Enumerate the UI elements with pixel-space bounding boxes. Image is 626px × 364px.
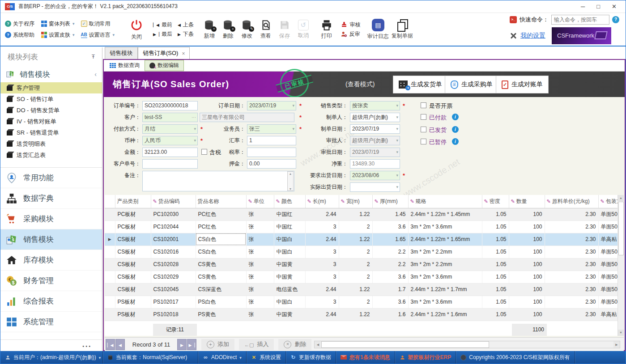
cancel-button[interactable]: ↺ 取消 bbox=[294, 19, 313, 40]
col-item-code[interactable]: ✎货品编码 bbox=[151, 195, 196, 208]
close-tab-icon[interactable] bbox=[182, 50, 185, 57]
menu-language[interactable]: AB设置语言 bbox=[81, 31, 115, 39]
nav-next-button[interactable]: 下条 bbox=[178, 30, 194, 38]
erp-edition-status[interactable]: 塑胶板材行业ERP bbox=[395, 351, 456, 364]
module-sales[interactable]: $ 销售模块 bbox=[0, 229, 102, 250]
insert-row-button[interactable]: 插入 bbox=[239, 339, 274, 350]
currency-field[interactable]: 人民币 bbox=[142, 136, 198, 145]
audit-log-button[interactable]: ▤ 审计日志 bbox=[366, 18, 390, 41]
delete-button[interactable]: × 删除 bbox=[219, 18, 238, 41]
generate-statement-button[interactable]: ✓生成对账单 bbox=[496, 76, 549, 93]
menu-window-list[interactable]: 窗体列表 bbox=[41, 20, 75, 28]
audit-button[interactable]: 审核 bbox=[341, 21, 361, 29]
refresh-cache-status[interactable]: 更新缓存数据 bbox=[286, 351, 336, 364]
col-quantity[interactable]: ✎数量 bbox=[509, 195, 545, 208]
table-row[interactable]: CS板材CS102029CS黄色张中国黄323.63m * 2m * 3.6mm… bbox=[105, 271, 621, 283]
order-date-field[interactable]: 2023/07/19 bbox=[247, 101, 296, 110]
nav-prev-record-button[interactable] bbox=[115, 339, 125, 350]
tab-sales-module[interactable]: 销售模块 bbox=[105, 47, 138, 59]
sidebar-group-sales[interactable]: $ 销售模块 ‹ bbox=[0, 66, 102, 82]
table-row[interactable]: PC板材PC102044PC红色张中国红323.63m * 2m * 3.6mm… bbox=[105, 220, 621, 233]
scroll-left-icon[interactable]: ◀ bbox=[315, 341, 321, 348]
menu-about[interactable]: ?关于程序 bbox=[5, 20, 34, 28]
sidebar-item-statement[interactable]: IV - 销售对账单 bbox=[0, 116, 102, 127]
col-unit[interactable]: ✎单位 bbox=[246, 195, 274, 208]
remark-spinner[interactable]: ▲▼ bbox=[287, 171, 294, 191]
invoice-checkbox[interactable] bbox=[421, 102, 426, 108]
nav-next-record-button[interactable] bbox=[177, 339, 187, 350]
quick-command-input[interactable] bbox=[551, 15, 609, 25]
view-button[interactable]: 查看 bbox=[256, 18, 275, 41]
sale-type-field[interactable]: 按张卖 bbox=[350, 101, 400, 110]
menu-help[interactable]: ?系统帮助 bbox=[5, 31, 34, 39]
scrollbar-thumb[interactable] bbox=[618, 202, 624, 255]
net-weight-field[interactable]: 13489.30 bbox=[350, 159, 400, 169]
pin-icon[interactable]: Ŧ bbox=[92, 54, 95, 60]
sidebar-item-sales-order[interactable]: SO - 销售订单 bbox=[0, 93, 102, 105]
print-button[interactable]: 打印 bbox=[317, 18, 336, 41]
paused-checkbox[interactable] bbox=[421, 139, 426, 144]
system-settings-status[interactable]: 系统设置 bbox=[247, 351, 285, 364]
tab-data-edit[interactable]: 数据编辑 bbox=[145, 60, 184, 71]
maker-field[interactable]: 超级用户(勿删) bbox=[350, 113, 400, 122]
module-common-functions[interactable]: 常用功能 bbox=[0, 168, 102, 188]
col-item-name[interactable]: 货品名称 bbox=[196, 195, 246, 208]
nav-last-record-button[interactable] bbox=[187, 339, 196, 350]
current-user-status[interactable]: 当前用户：(admin-超级用户(勿删)) bbox=[0, 351, 102, 364]
tab-sales-order[interactable]: 销售订单(SO) bbox=[138, 47, 190, 59]
sidebar-item-delivery-order[interactable]: DO - 销售发货单 bbox=[0, 105, 102, 116]
col-density[interactable]: ✎密度 bbox=[482, 195, 509, 208]
quick-command-help-icon[interactable]: ? bbox=[612, 16, 619, 23]
table-row[interactable]: CS板材CS102045CS深蓝色张电信蓝色2.441.221.72.44m *… bbox=[105, 283, 621, 296]
req-ship-field[interactable]: 2023/08/06 bbox=[350, 171, 400, 180]
module-system[interactable]: 系统管理 bbox=[0, 312, 102, 332]
table-row[interactable]: PS板材PS102018PS黄色张中国黄2.441.221.62.44m * 1… bbox=[105, 308, 621, 321]
col-thickness[interactable]: ✎厚(mm) bbox=[372, 195, 408, 208]
module-reports[interactable]: 综合报表 bbox=[0, 291, 102, 312]
paid-info-icon[interactable]: i bbox=[452, 114, 459, 120]
ado-direct-status[interactable]: ADODirect bbox=[198, 351, 246, 364]
delete-row-button[interactable]: 删除 bbox=[278, 339, 311, 350]
copy-document-button[interactable]: 复制单据 bbox=[390, 18, 414, 41]
scroll-down-icon[interactable]: ▼ bbox=[618, 330, 624, 336]
customer-code-field[interactable]: test-SS bbox=[142, 113, 198, 122]
focused-cell[interactable]: CS白色 bbox=[196, 233, 246, 245]
tax-rate-field[interactable] bbox=[247, 148, 296, 157]
collapse-chevron-icon[interactable]: ‹ bbox=[94, 71, 97, 78]
remark-textarea[interactable] bbox=[142, 171, 294, 191]
paid-checkbox[interactable] bbox=[421, 114, 426, 120]
scroll-right-icon[interactable]: ▶ bbox=[613, 341, 620, 348]
rate-field[interactable]: 1 bbox=[247, 136, 296, 145]
table-row[interactable]: CS板材CS102028CS黄色张中国黄322.23m * 2m * 2.2mm… bbox=[105, 258, 621, 271]
grid-horizontal-scrollbar[interactable]: ◀ ▶ bbox=[314, 341, 620, 348]
menu-skin[interactable]: 设置皮肤 bbox=[41, 31, 75, 39]
close-window-button[interactable]: ✕ bbox=[612, 3, 617, 10]
module-finance[interactable]: €$ 财务管理 bbox=[0, 271, 102, 291]
col-spec[interactable]: ✎规格 bbox=[408, 195, 482, 208]
current-account-status[interactable]: 当前账套：Normal(SqlServer) bbox=[103, 351, 198, 364]
approve-date-field[interactable]: 2023/07/19 bbox=[350, 148, 400, 157]
scroll-up-icon[interactable]: ▲ bbox=[618, 195, 624, 201]
sidebar-item-customer-mgmt[interactable]: 客户管理 bbox=[0, 82, 102, 93]
menu-cancel-favorite[interactable]: ✓取消常用 bbox=[81, 20, 111, 28]
shipped-info-icon[interactable]: i bbox=[452, 126, 459, 133]
save-button[interactable]: 保存 bbox=[275, 18, 294, 41]
payment-field[interactable]: 月结 bbox=[142, 124, 198, 134]
deposit-field[interactable]: 0.00 bbox=[247, 159, 296, 169]
col-color[interactable]: ✎颜色 bbox=[274, 195, 305, 208]
generate-delivery-button[interactable]: 生成发货单 bbox=[393, 76, 448, 93]
sidebar-item-delivery-summary[interactable]: 送货汇总表 bbox=[0, 149, 102, 161]
generate-purchase-button[interactable]: 采生成采购单 bbox=[445, 76, 498, 93]
amount-field[interactable]: 32123.00 bbox=[142, 148, 198, 157]
act-ship-field[interactable] bbox=[350, 182, 400, 192]
customer-order-field[interactable] bbox=[142, 159, 198, 169]
module-purchase[interactable]: 采购模块 bbox=[0, 209, 102, 229]
modify-button[interactable]: ✎ 修改 bbox=[238, 18, 256, 41]
my-settings-link[interactable]: 我的设置 bbox=[520, 32, 545, 40]
minimize-button[interactable]: ─ bbox=[581, 3, 585, 10]
unread-message-status[interactable]: 您有1条未读消息 bbox=[336, 351, 395, 364]
nav-last-button[interactable]: 最后 bbox=[153, 30, 172, 38]
close-form-button[interactable]: 关闭 bbox=[127, 17, 146, 42]
maximize-button[interactable]: □ bbox=[596, 3, 600, 10]
nav-prev-button[interactable]: 上条 bbox=[178, 21, 194, 29]
